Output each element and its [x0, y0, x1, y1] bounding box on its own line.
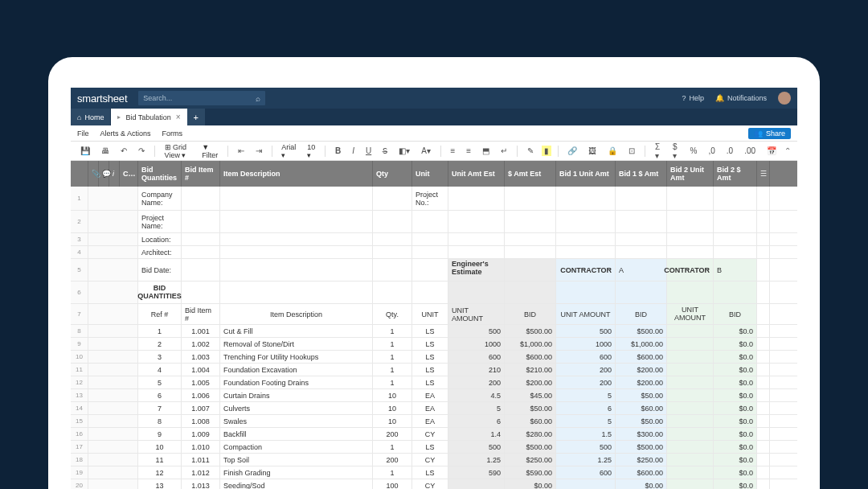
col-bid1-amt[interactable]: Bid 1 $ Amt	[616, 161, 667, 187]
bell-icon: 🔔	[715, 94, 724, 102]
help-icon: ?	[682, 94, 686, 102]
decimal-dec-icon[interactable]: .0	[723, 145, 736, 157]
share-button[interactable]: 👥Share	[748, 128, 791, 139]
calendar-icon[interactable]: 📅	[764, 145, 780, 157]
label-location[interactable]: Location:	[138, 233, 182, 245]
view-selector[interactable]: ⊞ Grid View ▾	[162, 142, 194, 161]
app-window: smartsheet ⌕ ?Help 🔔Notifications ⌂Home …	[71, 88, 797, 489]
print-icon[interactable]: 🖶	[98, 145, 113, 157]
col-unit[interactable]: Unit	[412, 161, 448, 187]
table-row[interactable]: 1691.009Backfill200CY1.4$280.001.5$300.0…	[71, 428, 797, 441]
col-item-desc[interactable]: Item Description	[220, 161, 373, 187]
align-left-icon[interactable]: ≡	[447, 145, 458, 157]
label-project[interactable]: Project Name:	[138, 211, 182, 232]
table-row[interactable]: 18111.011Top Soil200CY1.25$250.001.25$25…	[71, 454, 797, 466]
col-bid2-unit[interactable]: Bid 2 Unit Amt	[667, 161, 714, 187]
table-row[interactable]: 1581.008Swales10EA6$60.005$50.00$0.0	[71, 415, 797, 428]
search-input[interactable]	[143, 94, 256, 102]
tabs-row: ⌂Home Bid Tabulation× +	[71, 109, 797, 125]
currency-icon[interactable]: $ ▾	[669, 141, 682, 162]
table-row[interactable]: 1361.006Curtain Drains10EA4.5$45.005$50.…	[71, 389, 797, 402]
toolbar: 💾 🖶 ↶ ↷ ⊞ Grid View ▾ ▼ Filter ⇤ ⇥ Arial…	[71, 142, 797, 161]
help-button[interactable]: ?Help	[682, 94, 704, 102]
people-icon: 👥	[754, 129, 763, 138]
grid-header: 📎 💬 i C… Bid Quantities Bid Item # Item …	[71, 161, 797, 187]
table-row[interactable]: 921.002Removal of Stone/Dirt1LS1000$1,00…	[71, 338, 797, 351]
attachments-col-icon[interactable]: 📎	[88, 161, 99, 187]
link-icon[interactable]: 🔗	[564, 145, 580, 157]
home-button[interactable]: ⌂Home	[71, 109, 111, 125]
align-top-icon[interactable]: ⬒	[479, 145, 493, 157]
menu-bar: File Alerts & Actions Forms 👥Share	[71, 125, 797, 142]
col-bid2-amt[interactable]: Bid 2 $ Amt	[714, 161, 757, 187]
avatar[interactable]	[778, 92, 791, 105]
table-row[interactable]: 1141.004Foundation Excavation1LS210$210.…	[71, 364, 797, 376]
brand-logo[interactable]: smartsheet	[77, 92, 127, 105]
align-center-icon[interactable]: ≡	[463, 145, 474, 157]
search-container[interactable]: ⌕	[138, 91, 265, 105]
close-icon[interactable]: ×	[176, 113, 181, 121]
table-row[interactable]: 19121.012Finish Grading1LS590$590.00600$…	[71, 466, 797, 479]
label-project-no[interactable]: Project No.:	[412, 187, 448, 210]
col-bid-item[interactable]: Bid Item #	[182, 161, 220, 187]
col-amt-est[interactable]: $ Amt Est	[505, 161, 556, 187]
redo-icon[interactable]: ↷	[135, 145, 148, 157]
search-icon[interactable]: ⌕	[256, 94, 260, 103]
table-row[interactable]: 17101.010Compaction1LS500$500.00500$500.…	[71, 441, 797, 454]
label-bid-date[interactable]: Bid Date:	[138, 259, 182, 281]
header-bid-quantities: BID QUANTITIES	[138, 281, 182, 303]
indent-out-icon[interactable]: ⇤	[235, 145, 248, 157]
text-color-icon[interactable]: A▾	[418, 145, 434, 157]
home-icon: ⌂	[77, 113, 81, 121]
col-bid1-unit[interactable]: Bid 1 Unit Amt	[556, 161, 616, 187]
underline-icon[interactable]: U	[362, 145, 375, 157]
font-size-selector[interactable]: 10 ▾	[304, 142, 318, 161]
fill-color-icon[interactable]: ◧▾	[395, 145, 413, 157]
save-icon[interactable]: 💾	[77, 145, 93, 157]
collapse-toolbar-icon[interactable]: ⌃	[784, 146, 791, 155]
font-selector[interactable]: Arial ▾	[278, 142, 299, 161]
bold-icon[interactable]: B	[332, 145, 344, 157]
menu-file[interactable]: File	[77, 129, 89, 138]
indent-in-icon[interactable]: ⇥	[252, 145, 265, 157]
col-bid-quantities[interactable]: Bid Quantities	[138, 161, 182, 187]
header-contractor-b: CONTRATOR	[667, 259, 714, 281]
decimal-inc-icon[interactable]: .00	[741, 145, 759, 157]
wrap-icon[interactable]: ↵	[497, 145, 510, 157]
label-architect[interactable]: Architect:	[138, 246, 182, 258]
table-row[interactable]: 1471.007Culverts10EA5$50.006$60.00$0.0	[71, 402, 797, 415]
format-painter-icon[interactable]: ✎	[524, 145, 537, 157]
comments-col-icon[interactable]: 💬	[99, 161, 109, 187]
col-c[interactable]: C…	[120, 161, 138, 187]
image-icon[interactable]: 🖼	[585, 145, 600, 157]
thousands-icon[interactable]: ,0	[705, 145, 718, 157]
menu-forms[interactable]: Forms	[162, 129, 183, 138]
header-engineer-estimate: Engineer's Estimate	[452, 261, 501, 277]
filter-button[interactable]: ▼ Filter	[199, 142, 221, 161]
col-unit-amt-est[interactable]: Unit Amt Est	[448, 161, 505, 187]
strike-icon[interactable]: S̶	[379, 145, 391, 157]
notifications-button[interactable]: 🔔Notifications	[715, 94, 767, 102]
menu-alerts[interactable]: Alerts & Actions	[100, 129, 151, 138]
header-contractor-a: CONTRACTOR	[556, 259, 616, 281]
sheet-tab[interactable]: Bid Tabulation×	[111, 109, 186, 125]
freeze-icon[interactable]: ⊡	[625, 145, 638, 157]
percent-icon[interactable]: %	[687, 145, 701, 157]
italic-icon[interactable]: I	[349, 145, 358, 157]
table-row[interactable]: 1031.003Trenching For Utility Hookups1LS…	[71, 351, 797, 364]
grid-body[interactable]: 1 Company Name: Project No.: 2Project Na…	[71, 187, 797, 489]
topbar: smartsheet ⌕ ?Help 🔔Notifications	[71, 88, 797, 109]
table-row[interactable]: 811.001Cut & Fill1LS500$500.00500$500.00…	[71, 325, 797, 338]
label-company[interactable]: Company Name:	[138, 187, 182, 210]
lock-icon[interactable]: 🔒	[604, 145, 620, 157]
device-frame: smartsheet ⌕ ?Help 🔔Notifications ⌂Home …	[48, 57, 820, 489]
sum-icon[interactable]: Σ ▾	[652, 141, 665, 162]
col-qty[interactable]: Qty	[373, 161, 412, 187]
add-tab-button[interactable]: +	[187, 109, 205, 125]
table-row[interactable]: 1251.005Foundation Footing Drains1LS200$…	[71, 376, 797, 389]
table-row[interactable]: 20131.013Seeding/Sod100CY$0.00$0.00$0.0	[71, 479, 797, 489]
info-col-icon[interactable]: i	[109, 161, 120, 187]
row-menu-col-icon[interactable]: ☰	[757, 161, 770, 187]
highlight-icon[interactable]: ▮	[542, 146, 551, 156]
undo-icon[interactable]: ↶	[117, 145, 130, 157]
